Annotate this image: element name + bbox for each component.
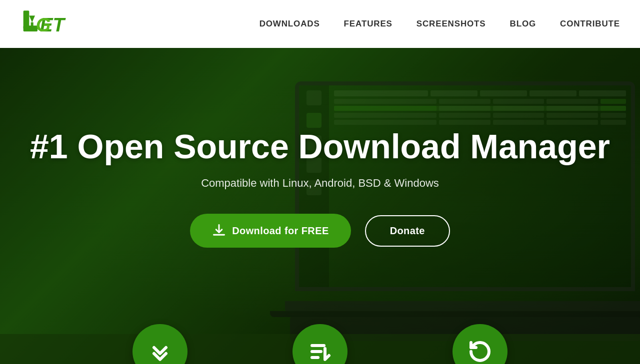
sort-descending-icon [308, 340, 332, 364]
hero-buttons: Download for FREE Donate [190, 214, 450, 248]
hero-title: #1 Open Source Download Manager [30, 128, 610, 165]
chevron-double-down-icon [148, 340, 172, 364]
svg-rect-3 [31, 22, 34, 27]
hero-content: #1 Open Source Download Manager Compatib… [0, 48, 640, 328]
hero-section: #1 Open Source Download Manager Compatib… [0, 48, 640, 364]
nav-screenshots[interactable]: SCREENSHOTS [416, 19, 486, 29]
svg-rect-1 [24, 25, 38, 31]
chevron-double-down-button[interactable] [132, 324, 188, 364]
svg-text:G: G [36, 14, 51, 35]
nav-features[interactable]: FEATURES [344, 19, 392, 29]
svg-marker-2 [29, 15, 35, 22]
refresh-button[interactable] [452, 324, 508, 364]
sort-descending-button[interactable] [292, 324, 348, 364]
logo[interactable]: ET G [20, 6, 70, 41]
site-header: ET G DOWNLOADS FEATURES SCREENSHOTS BLOG… [0, 0, 640, 48]
hero-subtitle: Compatible with Linux, Android, BSD & Wi… [201, 177, 439, 190]
bottom-circles [0, 324, 640, 364]
nav-blog[interactable]: BLOG [510, 19, 536, 29]
download-icon [212, 224, 226, 238]
donate-button[interactable]: Donate [365, 215, 450, 247]
nav-downloads[interactable]: DOWNLOADS [260, 19, 320, 29]
main-nav: DOWNLOADS FEATURES SCREENSHOTS BLOG CONT… [260, 19, 620, 29]
download-button[interactable]: Download for FREE [190, 214, 350, 248]
refresh-icon [468, 340, 492, 364]
nav-contribute[interactable]: CONTRIBUTE [560, 19, 620, 29]
